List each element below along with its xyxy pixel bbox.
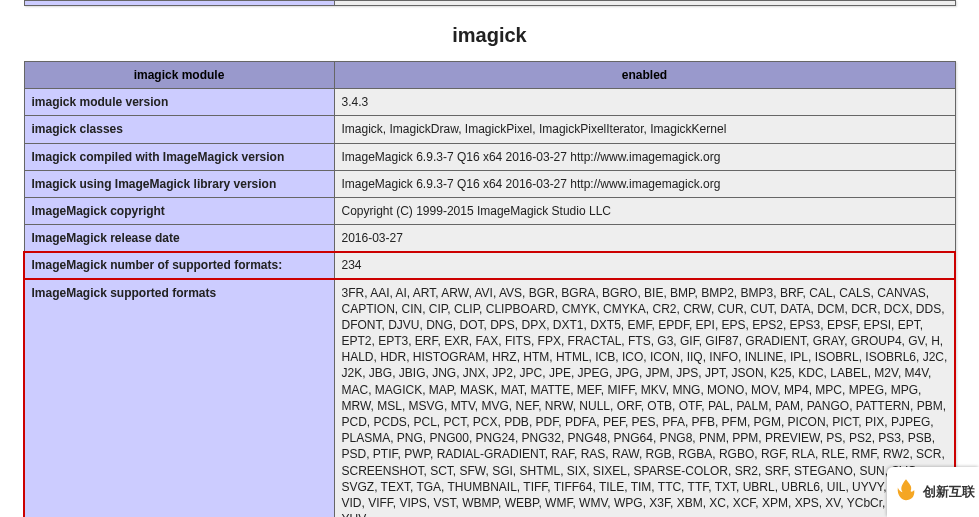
row-value: ImageMagick 6.9.3-7 Q16 x64 2016-03-27 h… [334, 170, 955, 197]
section-title: imagick [0, 24, 979, 47]
watermark-widget[interactable]: 创新互联 [887, 467, 979, 517]
row-value: 234 [334, 252, 955, 279]
table-row: Imagick using ImageMagick library versio… [24, 170, 955, 197]
row-label: ImageMagick release date [24, 225, 334, 252]
flame-icon [892, 477, 920, 508]
watermark-text: 创新互联 [923, 483, 975, 501]
row-value: Copyright (C) 1999-2015 ImageMagick Stud… [334, 197, 955, 224]
header-module-label: imagick module [24, 62, 334, 89]
row-label: imagick module version [24, 89, 334, 116]
table-row-highlighted: ImageMagick supported formats 3FR, AAI, … [24, 279, 955, 517]
table-header-row: imagick module enabled [24, 62, 955, 89]
row-label: ImageMagick copyright [24, 197, 334, 224]
row-value: Imagick, ImagickDraw, ImagickPixel, Imag… [334, 116, 955, 143]
row-label: imagick classes [24, 116, 334, 143]
row-value: 3FR, AAI, AI, ART, ARW, AVI, AVS, BGR, B… [334, 279, 955, 517]
row-value: ImageMagick 6.9.3-7 Q16 x64 2016-03-27 h… [334, 143, 955, 170]
header-enabled-label: enabled [334, 62, 955, 89]
row-label: ImageMagick supported formats [24, 279, 334, 517]
row-label: ImageMagick number of supported formats: [24, 252, 334, 279]
row-value: 2016-03-27 [334, 225, 955, 252]
table-row: imagick classes Imagick, ImagickDraw, Im… [24, 116, 955, 143]
previous-table-stub [24, 0, 956, 6]
row-label: Imagick using ImageMagick library versio… [24, 170, 334, 197]
table-row: imagick module version 3.4.3 [24, 89, 955, 116]
table-row: ImageMagick copyright Copyright (C) 1999… [24, 197, 955, 224]
table-row: Imagick compiled with ImageMagick versio… [24, 143, 955, 170]
row-value: 3.4.3 [334, 89, 955, 116]
table-row-highlighted: ImageMagick number of supported formats:… [24, 252, 955, 279]
table-row: ImageMagick release date 2016-03-27 [24, 225, 955, 252]
row-label: Imagick compiled with ImageMagick versio… [24, 143, 334, 170]
imagick-table: imagick module enabled imagick module ve… [24, 61, 956, 517]
